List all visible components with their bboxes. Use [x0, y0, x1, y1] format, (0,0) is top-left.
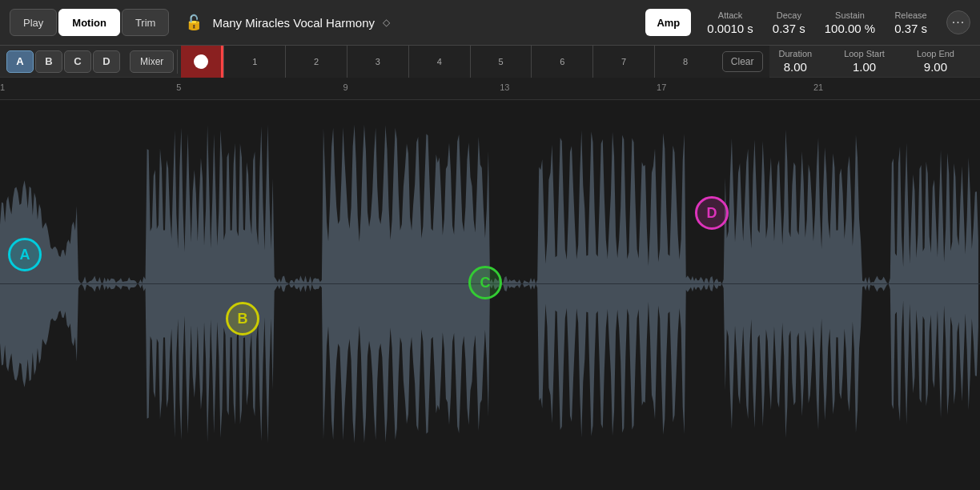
- ruler-tick: 4: [408, 46, 470, 78]
- attack-label: Attack: [718, 10, 743, 20]
- toolbar: Play Motion Trim 🔓 Many Miracles Vocal H…: [0, 0, 980, 46]
- motion-button[interactable]: Motion: [58, 9, 120, 36]
- lock-icon: 🔓: [185, 14, 203, 31]
- waveform-container[interactable]: 159131721 A B C D: [0, 78, 980, 468]
- record-button[interactable]: [181, 46, 221, 78]
- attack-value: 0.0010 s: [707, 22, 753, 35]
- ruler-tick: 1: [223, 46, 285, 78]
- clear-button[interactable]: Clear: [722, 51, 763, 72]
- amp-button[interactable]: Amp: [645, 9, 691, 36]
- duration-param: Duration 8.00: [779, 49, 813, 74]
- transport-buttons: Play Motion Trim: [10, 9, 169, 36]
- more-button[interactable]: ···: [946, 10, 970, 34]
- duration-value: 8.00: [784, 60, 807, 74]
- beat-number: 5: [176, 82, 181, 92]
- cue-marker-c[interactable]: C: [468, 266, 502, 299]
- second-row: A B C D Mixer 12345678 Clear Duration 8.…: [0, 46, 980, 78]
- mixer-button[interactable]: Mixer: [130, 50, 174, 73]
- beat-numbers: 159131721: [0, 78, 980, 100]
- pad-d-button[interactable]: D: [93, 50, 120, 73]
- beat-number: 1: [0, 82, 5, 92]
- loop-start-value: 1.00: [853, 60, 876, 74]
- ruler-tick: 5: [470, 46, 532, 78]
- ruler-tick: 3: [347, 46, 408, 78]
- decay-value: 0.37 s: [773, 22, 805, 35]
- pad-b-button[interactable]: B: [35, 50, 62, 73]
- divider: [177, 50, 178, 74]
- ruler-tick: 7: [592, 46, 654, 78]
- duration-label: Duration: [779, 49, 813, 58]
- ruler-tick: 8: [654, 46, 716, 78]
- release-value: 0.37 s: [894, 22, 927, 35]
- loop-end-value: 9.00: [924, 60, 947, 74]
- loop-end-param: Loop End 9.00: [917, 49, 954, 74]
- sustain-value: 100.00 %: [825, 22, 875, 35]
- loop-end-label: Loop End: [917, 49, 954, 58]
- ruler-tick: 6: [531, 46, 592, 78]
- loop-params: Duration 8.00 Loop Start 1.00 Loop End 9…: [769, 49, 980, 74]
- more-icon: ···: [952, 15, 965, 30]
- pad-buttons: A B C D: [0, 50, 127, 73]
- timeline-area[interactable]: 12345678 Clear: [181, 46, 769, 78]
- beat-number: 9: [343, 82, 347, 92]
- pad-c-button[interactable]: C: [64, 50, 91, 73]
- release-label: Release: [894, 10, 926, 20]
- pad-a-button[interactable]: A: [6, 50, 34, 73]
- track-name: Many Miracles Vocal Harmony: [212, 16, 375, 30]
- beat-number: 13: [500, 82, 509, 92]
- ruler-tick: 2: [285, 46, 347, 78]
- cue-marker-d[interactable]: D: [695, 196, 729, 230]
- decay-label: Decay: [777, 10, 801, 20]
- sustain-label: Sustain: [835, 10, 865, 20]
- release-param: Release 0.37 s: [894, 10, 927, 35]
- ruler[interactable]: 12345678: [223, 46, 716, 78]
- beat-number: 17: [657, 82, 666, 92]
- loop-start-label: Loop Start: [844, 49, 885, 58]
- beat-number: 21: [813, 82, 823, 92]
- record-dot: [194, 54, 208, 69]
- diamond-icon: ◇: [383, 17, 390, 28]
- decay-param: Decay 0.37 s: [773, 10, 805, 35]
- loop-start-param: Loop Start 1.00: [844, 49, 885, 74]
- sustain-param: Sustain 100.00 %: [825, 10, 875, 35]
- play-button[interactable]: Play: [10, 9, 57, 36]
- cue-marker-b[interactable]: B: [226, 302, 259, 335]
- cue-marker-a[interactable]: A: [8, 238, 42, 271]
- attack-param: Attack 0.0010 s: [707, 10, 753, 35]
- trim-button[interactable]: Trim: [122, 9, 170, 36]
